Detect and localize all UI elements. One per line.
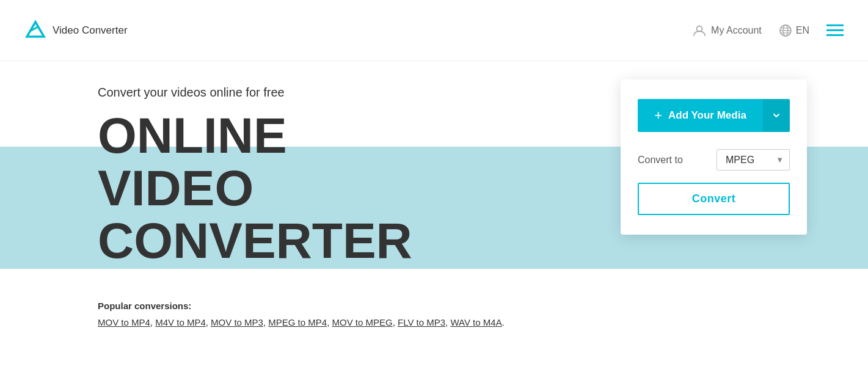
logo[interactable]: Video Converter: [24, 20, 128, 42]
logo-icon: [24, 20, 46, 42]
link-flv-mp3[interactable]: FLV to MP3: [398, 317, 445, 328]
add-media-label: Add Your Media: [668, 109, 746, 122]
hamburger-menu[interactable]: [826, 24, 844, 36]
header-right: My Account EN: [693, 24, 844, 37]
hamburger-line-1: [826, 24, 844, 26]
add-media-row: + Add Your Media: [638, 99, 790, 132]
svg-marker-0: [27, 22, 44, 37]
link-m4v-mp4[interactable]: M4V to MP4: [155, 317, 206, 328]
chevron-down-icon: [772, 111, 781, 120]
my-account-button[interactable]: My Account: [693, 24, 762, 37]
hamburger-line-2: [826, 29, 844, 31]
convert-to-label: Convert to: [638, 155, 683, 166]
lang-label: EN: [796, 25, 809, 36]
link-mov-mp3[interactable]: MOV to MP3: [211, 317, 263, 328]
add-media-button[interactable]: + Add Your Media: [638, 99, 763, 132]
link-wav-m4a[interactable]: WAV to M4A: [450, 317, 501, 328]
convert-to-row: Convert to MPEG MP4 MP3 AVI MOV MKV WMV …: [638, 149, 790, 170]
link-mov-mpeg[interactable]: MOV to MPEG: [332, 317, 392, 328]
logo-text: Video Converter: [53, 24, 128, 37]
link-mov-mp4[interactable]: MOV to MP4: [98, 317, 150, 328]
add-media-dropdown-button[interactable]: [763, 99, 790, 132]
format-select[interactable]: MPEG MP4 MP3 AVI MOV MKV WMV M4V FLV WAV…: [717, 149, 790, 170]
globe-icon: [779, 24, 792, 37]
language-selector[interactable]: EN: [779, 24, 809, 37]
convert-button[interactable]: Convert: [638, 183, 790, 215]
popular-label: Popular conversions:: [98, 301, 191, 311]
main: Convert your videos online for free ONLI…: [0, 61, 868, 388]
plus-icon: +: [654, 109, 662, 122]
popular-links: MOV to MP4, M4V to MP4, MOV to MP3, MPEG…: [98, 317, 505, 328]
hamburger-line-3: [826, 34, 844, 36]
format-select-wrapper: MPEG MP4 MP3 AVI MOV MKV WMV M4V FLV WAV…: [717, 149, 790, 170]
user-icon: [693, 24, 706, 37]
header: Video Converter My Account EN: [0, 0, 868, 61]
converter-widget: + Add Your Media Convert to MPEG MP4 MP3…: [621, 79, 807, 235]
my-account-label: My Account: [711, 25, 762, 36]
popular-conversions: Popular conversions: MOV to MP4, M4V to …: [98, 298, 770, 331]
link-mpeg-mp4[interactable]: MPEG to MP4: [268, 317, 327, 328]
